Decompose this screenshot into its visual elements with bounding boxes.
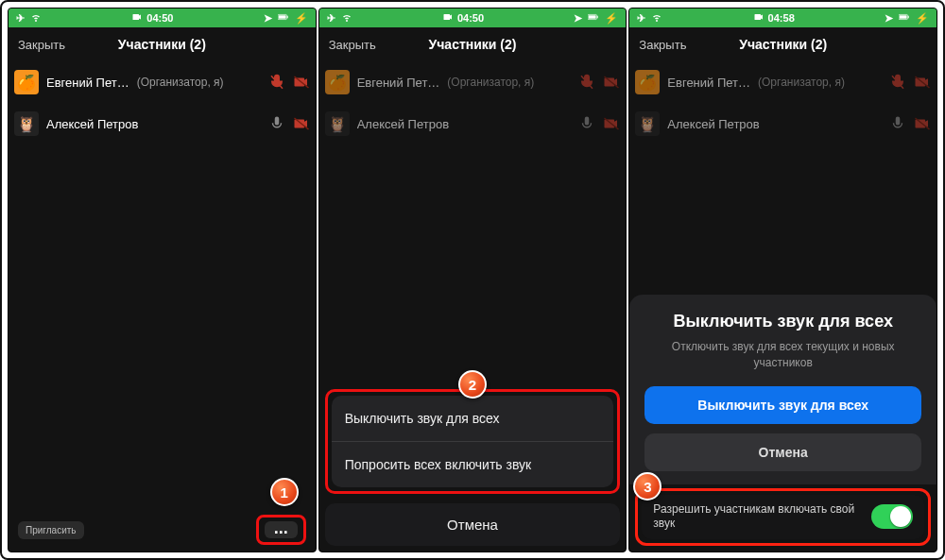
battery-icon: [899, 11, 910, 25]
charging-icon: ⚡: [605, 12, 618, 25]
permit-label: Разрешить участникам включать свой звук: [653, 502, 862, 532]
svg-rect-7: [597, 16, 598, 19]
cancel-button[interactable]: Отмена: [644, 433, 921, 471]
camera-icon: [131, 11, 143, 25]
charging-icon: ⚡: [295, 12, 308, 25]
participant-name: Евгений Пет…: [357, 76, 440, 90]
header: Закрыть Участники (2): [629, 27, 936, 61]
participant-name: Алексей Петров: [46, 117, 138, 131]
status-time: 04:50: [146, 12, 173, 24]
participant-name: Евгений Пет…: [667, 76, 750, 90]
participant-role: (Организатор, я): [137, 76, 224, 89]
permit-unmute-row[interactable]: Разрешить участникам включать свой звук: [642, 495, 924, 539]
cam-off-icon: [293, 74, 310, 91]
participant-role: (Организатор, я): [447, 76, 534, 89]
participant-row[interactable]: 🍊 Евгений Пет… (Организатор, я): [14, 61, 310, 103]
close-button[interactable]: Закрыть: [18, 38, 65, 52]
svg-rect-1: [279, 15, 286, 18]
location-icon: ➤: [574, 12, 582, 25]
header: Закрыть Участники (2): [9, 27, 316, 61]
battery-icon: [278, 11, 289, 25]
cam-off-icon: [293, 115, 310, 132]
airplane-icon: ✈︎: [637, 12, 645, 25]
toggle-knob: [890, 506, 911, 527]
bottom-bar: Пригласить ...: [9, 508, 316, 552]
callout-permit: Разрешить участникам включать свой звук: [635, 488, 931, 546]
dialog-subtitle: Отключить звук для всех текущих и новых …: [644, 339, 921, 371]
header: Закрыть Участники (2): [319, 27, 627, 61]
location-icon: ➤: [264, 12, 272, 25]
more-button[interactable]: ...: [265, 521, 298, 538]
mute-all-option[interactable]: Выключить звук для всех: [332, 396, 614, 442]
avatar: 🦉: [635, 111, 660, 136]
tutorial-frame: ✈︎ 04:50 ➤ ⚡ Закрыть Участники (2) 🍊 Евг…: [0, 0, 945, 560]
location-icon: ➤: [885, 12, 893, 25]
close-button[interactable]: Закрыть: [329, 38, 376, 52]
cancel-button[interactable]: Отмена: [325, 503, 621, 546]
svg-rect-6: [589, 15, 596, 18]
participant-role: (Организатор, я): [758, 76, 845, 89]
screen-3: ✈︎ 04:58 ➤ ⚡ Закрыть Участники (2) 🍊 Евг…: [628, 8, 937, 552]
cam-off-icon: [603, 115, 620, 132]
participants-list: 🍊 Евгений Пет… (Организатор, я) 🦉 Алексе…: [629, 61, 936, 144]
status-time: 04:58: [768, 12, 795, 24]
screens-row: ✈︎ 04:50 ➤ ⚡ Закрыть Участники (2) 🍊 Евг…: [8, 8, 937, 552]
callout-options: Выключить звук для всех Попросить всех в…: [325, 389, 621, 494]
status-bar: ✈︎ 04:50 ➤ ⚡: [9, 8, 316, 27]
cam-off-icon: [914, 74, 931, 91]
charging-icon: ⚡: [916, 12, 929, 25]
mic-muted-icon: [578, 74, 595, 91]
mute-all-confirm-button[interactable]: Выключить звук для всех: [644, 386, 921, 424]
ask-unmute-option[interactable]: Попросить всех включить звук: [332, 442, 614, 487]
participant-row: 🦉 Алексей Петров: [635, 103, 931, 144]
permit-toggle[interactable]: [871, 504, 913, 529]
avatar: 🦉: [325, 111, 350, 136]
mic-on-icon: [578, 115, 595, 132]
mic-on-icon: [268, 115, 285, 132]
svg-rect-12: [908, 16, 909, 19]
participant-name: Алексей Петров: [357, 117, 449, 131]
participant-row: 🍊 Евгений Пет… (Организатор, я): [635, 61, 931, 103]
avatar: 🍊: [325, 70, 350, 94]
participant-row[interactable]: 🦉 Алексей Петров: [14, 103, 310, 144]
callout-more: ...: [256, 515, 306, 545]
step-badge-2: 2: [458, 370, 487, 399]
participant-name: Алексей Петров: [667, 117, 759, 131]
status-bar: ✈︎ 04:58 ➤ ⚡: [629, 8, 936, 27]
airplane-icon: ✈︎: [327, 12, 335, 25]
avatar: 🍊: [635, 70, 660, 94]
participants-list: 🍊 Евгений Пет… (Организатор, я) 🦉 Алексе…: [9, 61, 316, 144]
screen-1: ✈︎ 04:50 ➤ ⚡ Закрыть Участники (2) 🍊 Евг…: [8, 8, 317, 552]
participant-row: 🍊 Евгений Пет… (Организатор, я): [325, 61, 621, 103]
battery-icon: [588, 11, 599, 25]
invite-button[interactable]: Пригласить: [18, 521, 84, 539]
cam-off-icon: [603, 74, 620, 91]
wifi-icon: [651, 11, 662, 25]
mic-muted-icon: [889, 74, 906, 91]
status-bar: ✈︎ 04:50 ➤ ⚡: [319, 8, 627, 27]
camera-icon: [753, 11, 765, 25]
svg-rect-11: [900, 15, 907, 18]
wifi-icon: [341, 11, 352, 25]
participants-list: 🍊 Евгений Пет… (Организатор, я) 🦉 Алексе…: [319, 61, 627, 144]
screen-2: ✈︎ 04:50 ➤ ⚡ Закрыть Участники (2) 🍊 Евг…: [318, 8, 627, 552]
mic-muted-icon: [268, 74, 285, 91]
status-time: 04:50: [457, 12, 484, 24]
cam-off-icon: [914, 115, 931, 132]
mute-all-dialog: Выключить звук для всех Отключить звук д…: [629, 295, 936, 552]
svg-rect-2: [287, 16, 288, 19]
camera-icon: [442, 11, 454, 25]
mic-on-icon: [889, 115, 906, 132]
wifi-icon: [30, 11, 42, 25]
participant-row: 🦉 Алексей Петров: [325, 103, 621, 144]
dialog-title: Выключить звук для всех: [644, 312, 921, 331]
avatar: 🍊: [14, 70, 39, 94]
participant-name: Евгений Пет…: [46, 76, 129, 90]
airplane-icon: ✈︎: [16, 12, 25, 25]
avatar: 🦉: [14, 111, 39, 136]
step-badge-1: 1: [270, 478, 299, 506]
close-button[interactable]: Закрыть: [639, 38, 686, 52]
action-sheet: Выключить звук для всех Попросить всех в…: [319, 389, 627, 552]
